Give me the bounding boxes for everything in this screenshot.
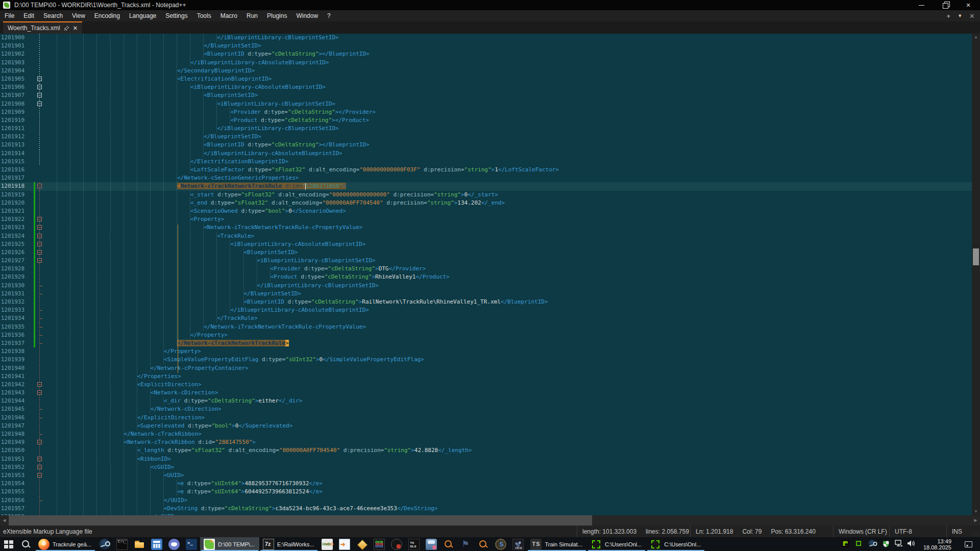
nvidia-tray-icon[interactable] [842, 540, 851, 549]
taskbar-item-train-simulator[interactable]: Train Simulat... [527, 537, 587, 551]
code-line[interactable]: 1201952<cGUID> [0, 463, 972, 471]
taskbar-item-search-tool[interactable] [440, 537, 457, 551]
new-tab-button[interactable]: + [947, 12, 951, 20]
code-line[interactable]: 1201939<SimpleValuePropertyEditFlag d:ty… [0, 356, 972, 364]
code-text[interactable]: </Network-iTrackNetworkTrackRule-cProper… [44, 323, 366, 331]
line-number[interactable]: 1201932 [0, 298, 28, 306]
taskbar-item-snipping-window-1[interactable]: C:\Users\Onl... [587, 537, 646, 551]
fold-collapse-box[interactable] [37, 250, 42, 255]
maximize-button[interactable] [933, 0, 957, 10]
line-number[interactable]: 1201936 [0, 331, 28, 339]
line-number[interactable]: 1201904 [0, 67, 28, 75]
line-number[interactable]: 1201901 [0, 42, 28, 50]
code-text[interactable]: </iBlueprintLibrary-cAbsoluteBlueprintID… [44, 59, 329, 67]
code-text[interactable]: <UUID> [44, 471, 184, 480]
code-text[interactable]: <e d:type="sUInt64">4882953776716730932<… [44, 480, 323, 488]
line-number[interactable]: 1201935 [0, 323, 28, 331]
line-number[interactable]: 1201917 [0, 174, 28, 182]
scroll-right-arrow[interactable]: ► [971, 515, 980, 525]
taskbar-item-snipping-window-2[interactable]: C:\Users\Onl... [646, 537, 705, 551]
line-number[interactable]: 1201940 [0, 364, 28, 372]
code-line[interactable]: 1201938</Property> [0, 347, 972, 356]
line-number[interactable]: 1201922 [0, 215, 28, 223]
line-number[interactable]: 1201927 [0, 257, 28, 265]
code-line[interactable]: 1201937</Network-cTrackNetworkTrackRule> [0, 339, 972, 347]
minimize-button[interactable] [910, 0, 933, 10]
menu-item-run[interactable]: Run [242, 10, 262, 21]
code-line[interactable]: 1201949<Network-cTrackRibbon d:id="28814… [0, 438, 972, 446]
menu-item-window[interactable]: Window [291, 10, 323, 21]
line-number[interactable]: 1201924 [0, 232, 28, 240]
code-line[interactable]: 1201918<Network-cTrackNetworkTrackRule d… [0, 182, 972, 190]
taskbar-item-firefox[interactable]: Trackrule geä... [35, 537, 96, 551]
code-line[interactable]: 1201923<Network-iTrackNetworkTrackRule-c… [0, 223, 972, 232]
code-text[interactable]: <TrackRule> [44, 232, 254, 240]
fold-collapse-box[interactable] [37, 457, 42, 461]
line-number[interactable]: 1201929 [0, 273, 28, 281]
code-line[interactable]: 1201909<Provider d:type="cDeltaString"><… [0, 108, 972, 116]
taskbar-item-powershell[interactable] [183, 537, 200, 551]
close-tab-button[interactable]: ✕ [969, 12, 975, 20]
line-number[interactable]: 1201943 [0, 389, 28, 397]
code-line[interactable]: 1201908<iBlueprintLibrary-cBlueprintSetI… [0, 100, 972, 108]
code-line[interactable]: 1201951<RibbonID> [0, 455, 972, 463]
fold-collapse-box[interactable] [37, 465, 42, 469]
code-text[interactable]: <DevString d:type="cDeltaString">c3da523… [44, 505, 437, 513]
taskbar-item-gold-box-tool[interactable] [353, 537, 371, 551]
code-line[interactable]: 1201901</BlueprintSetID> [0, 42, 972, 50]
eol-status[interactable]: Windows (CR LF) [839, 528, 887, 535]
code-text[interactable]: <Provider d:type="cDeltaString">DTG</Pro… [44, 265, 426, 273]
fold-collapse-box[interactable] [37, 242, 42, 246]
menu-item-settings[interactable]: Settings [161, 10, 192, 21]
code-line[interactable]: 1201920<_end d:type="sFloat32" d:alt_enc… [0, 199, 972, 207]
fold-collapse-box[interactable] [37, 473, 42, 478]
code-text[interactable]: <RibbonID> [44, 455, 171, 463]
code-line[interactable]: 1201914</iBlueprintLibrary-cAbsoluteBlue… [0, 149, 972, 158]
code-text[interactable]: <ExplicitDirection> [44, 381, 202, 389]
taskbar-item-hxd-hex-editor[interactable] [318, 537, 336, 551]
vertical-scrollbar-thumb[interactable] [973, 248, 979, 265]
code-line[interactable]: 1201955<e d:type="sUInt64">6044925739663… [0, 488, 972, 496]
fold-collapse-box[interactable] [37, 217, 42, 221]
taskbar-item-start-button[interactable] [0, 537, 17, 551]
code-text[interactable]: <Network-cTrackRibbon d:id="288147550"> [44, 438, 256, 446]
line-number[interactable]: 1201931 [0, 290, 28, 298]
code-text[interactable]: <iBlueprintLibrary-cBlueprintSetID> [44, 100, 335, 108]
line-number[interactable]: 1201951 [0, 455, 28, 463]
code-text[interactable]: </iBlueprintLibrary-cBlueprintSetID> [44, 282, 379, 290]
line-number[interactable]: 1201941 [0, 372, 28, 381]
code-text[interactable]: <LoftScaleFactor d:type="sFloat32" d:alt… [44, 166, 559, 174]
line-number[interactable]: 1201930 [0, 282, 28, 290]
code-line[interactable]: 1201930</iBlueprintLibrary-cBlueprintSet… [0, 282, 972, 290]
code-text[interactable]: <_end d:type="sFloat32" d:alt_encoding="… [44, 199, 505, 207]
code-text[interactable]: <Network-cDirection> [44, 389, 218, 397]
line-number[interactable]: 1201952 [0, 463, 28, 471]
line-number[interactable]: 1201906 [0, 83, 28, 91]
code-line[interactable]: 1201916<LoftScaleFactor d:type="sFloat32… [0, 166, 972, 174]
code-line[interactable]: 1201943<Network-cDirection> [0, 389, 972, 397]
line-number[interactable]: 1201920 [0, 199, 28, 207]
code-text[interactable]: <BlueprintSetID> [44, 91, 258, 99]
taskbar-item-import-tool[interactable] [336, 537, 353, 551]
fold-collapse-box[interactable] [37, 234, 42, 238]
code-text[interactable]: <BlueprintID d:type="cDeltaString">RailN… [44, 298, 548, 306]
line-number[interactable]: 1201910 [0, 116, 28, 124]
code-line[interactable]: 1201935</Network-iTrackNetworkTrackRule-… [0, 323, 972, 331]
horizontal-scrollbar[interactable]: ◄ ► [0, 515, 980, 525]
code-text[interactable]: <Product d:type="cDeltaString"></Product… [44, 116, 369, 124]
scroll-left-arrow[interactable]: ◄ [0, 515, 9, 525]
menu-item-macro[interactable]: Macro [216, 10, 242, 21]
code-text[interactable]: <iBlueprintLibrary-cBlueprintSetID> [44, 257, 375, 265]
code-line[interactable]: 1201915</ElectrificationBlueprintID> [0, 158, 972, 166]
taskbar-item-steam[interactable] [96, 537, 113, 551]
green-selection-tray-icon[interactable] [855, 540, 864, 549]
code-text[interactable]: </ExplicitDirection> [44, 414, 205, 422]
code-text[interactable]: </iBlueprintLibrary-cBlueprintSetID> [44, 124, 339, 133]
fold-collapse-box[interactable] [37, 93, 42, 97]
code-text[interactable]: <Product d:type="cDeltaString">RhineVall… [44, 273, 450, 281]
code-text[interactable]: <iBlueprintLibrary-cAbsoluteBlueprintID> [44, 240, 365, 248]
scroll-up-arrow[interactable]: ▲ [972, 34, 980, 41]
fold-collapse-box[interactable] [37, 102, 42, 106]
code-line[interactable]: 1201906<iBlueprintLibrary-cAbsoluteBluep… [0, 83, 972, 91]
code-text[interactable]: </Properties> [44, 372, 181, 381]
